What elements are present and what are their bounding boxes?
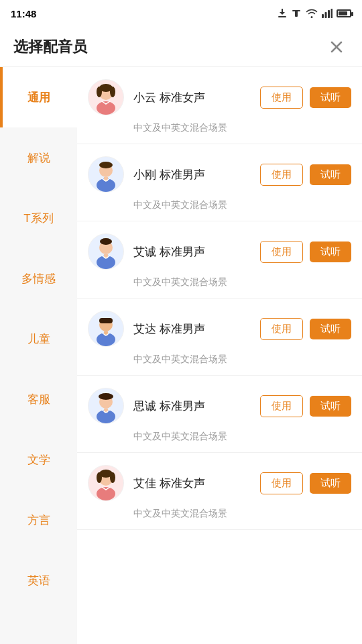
sidebar-item-tseries[interactable]: T系列 xyxy=(0,188,77,248)
svg-point-17 xyxy=(99,162,113,168)
voice-name-aida: 艾达 标准男声 xyxy=(133,321,260,337)
sidebar: 通用 解说 T系列 多情感 儿童 客服 文学 方言 英语 xyxy=(0,67,77,644)
voice-name-xiaoyun: 小云 标准女声 xyxy=(133,90,260,105)
main-layout: 通用 解说 T系列 多情感 儿童 客服 文学 方言 英语 xyxy=(0,67,362,644)
svg-point-32 xyxy=(99,393,113,400)
close-button[interactable] xyxy=(324,35,349,59)
listen-button-aicheng[interactable]: 试听 xyxy=(310,241,351,262)
voice-list: 小云 标准女声 使用 试听 中文及中英文混合场景 xyxy=(77,67,362,644)
svg-point-12 xyxy=(97,87,102,97)
page-title: 选择配音员 xyxy=(13,37,324,57)
voice-name-xiaogang: 小刚 标准男声 xyxy=(133,167,260,182)
svg-rect-0 xyxy=(278,16,286,17)
voice-item-aicheng: 艾诚 标准男声 使用 试听 中文及中英文混合场景 xyxy=(77,221,362,299)
font-icon xyxy=(291,8,302,19)
avatar-aida xyxy=(88,311,124,347)
sidebar-item-explain[interactable]: 解说 xyxy=(0,127,77,188)
sidebar-item-general[interactable]: 通用 xyxy=(0,67,77,127)
voice-desc-aida: 中文及中英文混合场景 xyxy=(88,354,351,366)
sidebar-item-literature[interactable]: 文学 xyxy=(0,429,77,490)
svg-point-38 xyxy=(97,472,102,483)
status-icons xyxy=(278,8,351,19)
use-button-xiaoyun[interactable]: 使用 xyxy=(260,87,303,109)
sidebar-item-service[interactable]: 客服 xyxy=(0,369,77,429)
sidebar-item-dialect[interactable]: 方言 xyxy=(0,490,77,550)
avatar-aijia xyxy=(88,465,124,501)
svg-point-14 xyxy=(97,101,115,115)
use-button-aijia[interactable]: 使用 xyxy=(260,472,303,494)
svg-rect-6 xyxy=(331,9,333,18)
svg-rect-4 xyxy=(325,12,327,18)
listen-button-aijia[interactable]: 试听 xyxy=(310,473,351,494)
download-icon xyxy=(278,8,287,19)
svg-rect-27 xyxy=(99,318,113,323)
status-time: 11:48 xyxy=(11,8,36,19)
voice-desc-aijia: 中文及中英文混合场景 xyxy=(88,508,351,520)
voice-desc-xiaogang: 中文及中英文混合场景 xyxy=(88,199,351,211)
avatar-aicheng xyxy=(88,233,124,270)
svg-point-40 xyxy=(97,487,115,500)
voice-name-sicheng: 思诚 标准男声 xyxy=(133,398,260,414)
voice-name-aijia: 艾佳 标准女声 xyxy=(133,476,260,491)
header: 选择配音员 xyxy=(0,27,362,67)
sidebar-item-english[interactable]: 英语 xyxy=(0,550,77,610)
voice-item-aida: 艾达 标准男声 使用 试听 中文及中英文混合场景 xyxy=(77,299,362,376)
svg-rect-3 xyxy=(322,14,324,18)
listen-button-aida[interactable]: 试听 xyxy=(310,319,351,339)
svg-point-13 xyxy=(110,87,115,97)
svg-rect-5 xyxy=(328,10,330,18)
wifi-icon xyxy=(306,9,318,18)
listen-button-xiaoyun[interactable]: 试听 xyxy=(310,87,351,108)
svg-point-22 xyxy=(100,238,112,245)
signal-icon xyxy=(322,9,333,18)
voice-name-aicheng: 艾诚 标准男声 xyxy=(133,244,260,260)
avatar-xiaoyun xyxy=(88,79,124,115)
svg-rect-2 xyxy=(295,10,298,17)
use-button-xiaogang[interactable]: 使用 xyxy=(260,164,303,186)
use-button-aicheng[interactable]: 使用 xyxy=(260,241,303,263)
voice-item-sicheng: 思诚 标准男声 使用 试听 中文及中英文混合场景 xyxy=(77,376,362,453)
voice-item-xiaogang: 小刚 标准男声 使用 试听 中文及中英文混合场景 xyxy=(77,144,362,221)
voice-desc-sicheng: 中文及中英文混合场景 xyxy=(88,431,351,443)
voice-item-xiaoyun: 小云 标准女声 使用 试听 中文及中英文混合场景 xyxy=(77,67,362,144)
svg-point-39 xyxy=(110,472,115,483)
sidebar-item-children[interactable]: 儿童 xyxy=(0,309,77,369)
voice-desc-xiaoyun: 中文及中英文混合场景 xyxy=(88,122,351,134)
battery-icon xyxy=(337,9,351,17)
avatar-xiaogang xyxy=(88,156,124,193)
avatar-sicheng xyxy=(88,388,124,424)
listen-button-xiaogang[interactable]: 试听 xyxy=(310,164,351,185)
voice-desc-aicheng: 中文及中英文混合场景 xyxy=(88,276,351,288)
voice-item-aijia: 艾佳 标准女声 使用 试听 中文及中英文混合场景 xyxy=(77,453,362,530)
use-button-aida[interactable]: 使用 xyxy=(260,318,303,340)
sidebar-item-emotion[interactable]: 多情感 xyxy=(0,248,77,309)
use-button-sicheng[interactable]: 使用 xyxy=(260,395,303,417)
status-bar: 11:48 xyxy=(0,0,362,27)
listen-button-sicheng[interactable]: 试听 xyxy=(310,396,351,417)
